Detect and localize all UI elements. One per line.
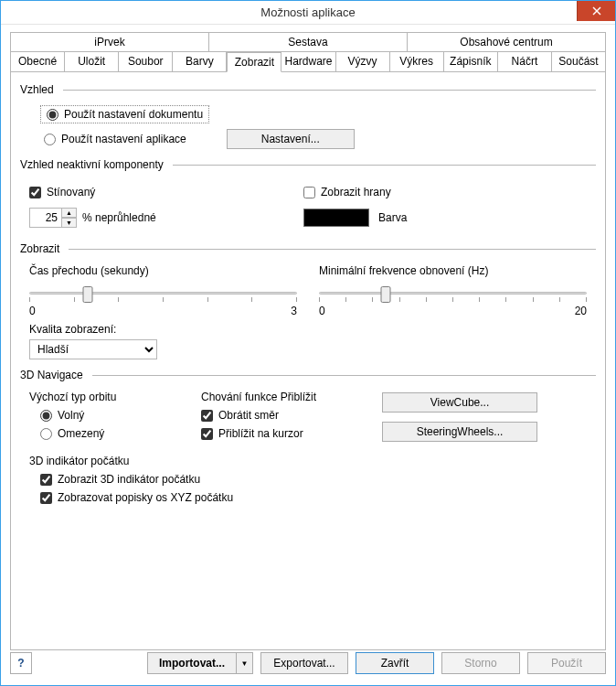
apply-button: Použít	[527, 652, 606, 674]
checkbox-zoom-to-cursor[interactable]	[201, 428, 213, 440]
settings-button[interactable]: Nastavení...	[227, 129, 355, 149]
section-3d-navigation: 3D Navigace	[20, 369, 83, 381]
checkbox-shaded[interactable]	[29, 187, 41, 198]
opacity-down[interactable]: ▼	[62, 218, 77, 228]
transition-slider-thumb[interactable]	[83, 286, 93, 303]
transition-slider[interactable]	[29, 283, 297, 303]
section-appearance: Vzhled	[20, 83, 54, 96]
opacity-input[interactable]	[29, 208, 62, 228]
section-inactive-appearance: Vzhled neaktivní komponenty	[20, 158, 164, 171]
help-icon: ?	[17, 657, 24, 670]
divider	[173, 165, 596, 166]
dialog-footer: ? Importovat... ▼ Exportovat... Zavřít S…	[1, 650, 615, 685]
tab-barvy[interactable]: Barvy	[173, 52, 227, 71]
viewcube-button[interactable]: ViewCube...	[382, 392, 537, 413]
label-orbit-free: Volný	[58, 409, 84, 422]
label-use-document-settings: Použít nastavení dokumentu	[64, 108, 203, 121]
content-area: iPrvek Sestava Obsahové centrum Obecné U…	[1, 25, 615, 650]
section-display: Zobrazit	[20, 242, 59, 255]
radio-use-application-settings[interactable]	[44, 134, 56, 145]
title-bar: Možnosti aplikace	[1, 1, 615, 25]
radio-orbit-free[interactable]	[40, 410, 52, 422]
label-show-edges: Zobrazit hrany	[321, 186, 391, 198]
fps-slider-thumb[interactable]	[381, 286, 391, 303]
export-button[interactable]: Exportovat...	[260, 652, 348, 674]
min-fps-label: Minimální frekvence obnovení (Hz)	[319, 264, 587, 277]
transition-max: 3	[291, 305, 297, 317]
fps-max: 20	[575, 305, 587, 317]
checkbox-show-xyz-labels[interactable]	[40, 492, 52, 504]
tab-soubor[interactable]: Soubor	[119, 52, 173, 71]
opacity-label: % neprůhledné	[82, 211, 156, 224]
divider	[92, 375, 596, 376]
checkbox-reverse-direction[interactable]	[201, 410, 213, 422]
tab-obsahove-centrum[interactable]: Obsahové centrum	[408, 33, 605, 51]
tab-hardware[interactable]: Hardware	[281, 52, 335, 71]
tab-ulozit[interactable]: Uložit	[65, 52, 119, 71]
divider	[63, 90, 596, 91]
tab-zobrazit[interactable]: Zobrazit	[227, 52, 281, 72]
tab-body: Vzhled Použít nastavení dokumentu Použít…	[10, 72, 606, 650]
label-show-xyz-labels: Zobrazovat popisky os XYZ počátku	[58, 491, 233, 504]
tab-row-2: Obecné Uložit Soubor Barvy Zobrazit Hard…	[11, 52, 605, 71]
import-button[interactable]: Importovat...	[147, 652, 237, 674]
help-button[interactable]: ?	[10, 652, 32, 674]
zoom-behavior-label: Chování funkce Přiblížit	[201, 391, 356, 403]
transition-min: 0	[29, 305, 36, 317]
label-use-application-settings: Použít nastavení aplikace	[61, 133, 186, 145]
transition-time-label: Čas přechodu (sekundy)	[29, 264, 297, 277]
tab-nacrt[interactable]: Náčrt	[498, 52, 552, 71]
tab-strip: iPrvek Sestava Obsahové centrum Obecné U…	[10, 32, 606, 72]
tab-vyzvy[interactable]: Výzvy	[336, 52, 390, 71]
checkbox-show-edges[interactable]	[303, 187, 315, 198]
tab-soucast[interactable]: Součást	[552, 52, 605, 71]
close-dialog-button[interactable]: Zavřít	[356, 652, 434, 674]
color-label: Barva	[378, 211, 407, 224]
opacity-up[interactable]: ▲	[62, 208, 77, 218]
label-orbit-constrained: Omezený	[58, 427, 104, 440]
chevron-down-icon: ▼	[241, 659, 249, 668]
checkbox-show-origin-indicator[interactable]	[40, 474, 52, 486]
close-icon	[592, 6, 601, 16]
display-quality-select[interactable]: Hladší	[29, 339, 157, 359]
close-button[interactable]	[577, 1, 615, 21]
tab-iprvek[interactable]: iPrvek	[11, 33, 209, 51]
label-reverse-direction: Obrátit směr	[218, 409, 279, 422]
tab-zapisnik[interactable]: Zápisník	[444, 52, 498, 71]
color-swatch[interactable]	[303, 209, 369, 227]
application-options-window: Možnosti aplikace iPrvek Sestava Obsahov…	[0, 0, 616, 686]
tab-obecne[interactable]: Obecné	[11, 52, 65, 71]
default-orbit-type-label: Výchozí typ orbitu	[29, 391, 175, 403]
radio-use-document-settings[interactable]	[47, 109, 58, 121]
fps-slider[interactable]	[319, 283, 587, 303]
import-split-button: Importovat... ▼	[147, 652, 253, 674]
opacity-spinner: ▲ ▼	[29, 208, 77, 228]
tab-row-1: iPrvek Sestava Obsahové centrum	[11, 33, 605, 52]
cancel-button: Storno	[441, 652, 520, 674]
tab-sestava[interactable]: Sestava	[209, 33, 408, 51]
steeringwheels-button[interactable]: SteeringWheels...	[382, 422, 537, 442]
tab-vykres[interactable]: Výkres	[390, 52, 444, 71]
divider	[69, 249, 596, 250]
label-zoom-to-cursor: Přiblížit na kurzor	[218, 427, 303, 440]
import-dropdown[interactable]: ▼	[237, 652, 253, 674]
window-title: Možnosti aplikace	[1, 5, 615, 19]
display-quality-label: Kvalita zobrazení:	[29, 323, 297, 336]
radio-orbit-constrained[interactable]	[40, 428, 52, 440]
fps-min: 0	[319, 305, 325, 317]
origin-indicator-label: 3D indikátor počátku	[29, 455, 596, 467]
label-show-origin-indicator: Zobrazit 3D indikátor počátku	[58, 473, 200, 486]
label-shaded: Stínovaný	[47, 186, 95, 198]
